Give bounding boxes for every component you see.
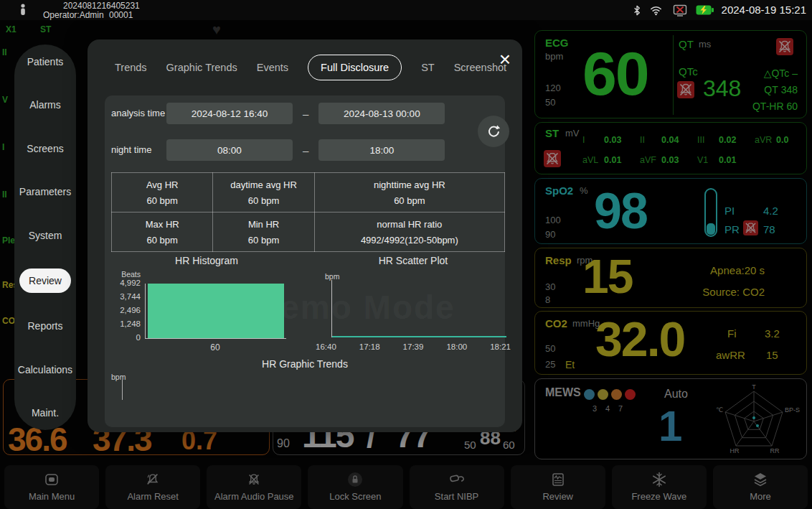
st-lead-name: aVR [755, 135, 776, 145]
main-menu-button[interactable]: Main Menu [4, 465, 99, 509]
st-lead-name: aVF [640, 155, 661, 165]
nibp-sys-lo: 90 [277, 437, 290, 450]
status-bar: 2024081216405231 Operator:Admin 00001 20… [0, 0, 812, 20]
mews-tile[interactable]: MEWS 3 4 7 Auto 1 [534, 378, 807, 459]
ecg-unit: bpm [545, 51, 563, 62]
resp-tile[interactable]: Resp rpm 30 8 15 Apnea:20 s Source: CO2 [534, 248, 807, 308]
battery-charging-icon [696, 4, 714, 16]
qt2-value: 348 [781, 84, 798, 95]
night-time-from-input[interactable]: 08:00 [166, 139, 293, 161]
radar-label-bps: BP-S [785, 406, 800, 414]
ecg-divider [673, 35, 674, 115]
awrr-label: awRR [716, 349, 745, 361]
alarm-reset-button[interactable]: Alarm Reset [105, 465, 200, 509]
hr-scatter-title: HR Scatter Plot [341, 255, 485, 266]
toolbar-button-label: Freeze Wave [631, 491, 686, 502]
mews-threshold: 3 [593, 404, 597, 413]
ecg-tile[interactable]: ECG bpm 120 50 60 QT ms QTc 348 △QTc – Q… [534, 30, 807, 118]
st-lead-name: III [697, 135, 719, 145]
more-button[interactable]: More [713, 465, 808, 509]
nibp-map-lo: 60 [503, 439, 515, 451]
qtc-value: 348 [703, 75, 741, 102]
co2-limit-hi: 50 [545, 343, 555, 354]
dqtc-value: – [792, 67, 798, 79]
bluetooth-icon [631, 4, 643, 17]
toolbar-button-label: Review [542, 491, 573, 502]
spo2-signal-bar [704, 188, 717, 237]
co2-tile[interactable]: CO2 mmHg 50 25 Et 32.0 Fi 3.2 awRR 15 [534, 311, 807, 375]
night-time-row: night time 08:00 – 18:00 [111, 139, 503, 161]
alarm-audio-pause-icon [246, 472, 262, 487]
tab-st[interactable]: ST [421, 62, 435, 73]
st-tile[interactable]: ST mV I0.03 II0.04 III0.02 aVR0.0 aVL0.0… [534, 122, 807, 174]
fi-label: Fi [727, 327, 737, 340]
mews-dot [584, 389, 595, 400]
range-separator: – [303, 144, 308, 157]
stats-cell: Max HR60 bpm [112, 213, 213, 252]
st-lead-name: II [640, 135, 661, 145]
spo2-limit-lo: 90 [545, 229, 555, 240]
settings-sidebar: Patients Alarms Screens Parameters Syste… [14, 45, 76, 430]
lead-label: V [2, 95, 8, 105]
sidebar-item-maint[interactable]: Maint. [29, 403, 62, 423]
qt-unit: ms [699, 39, 711, 50]
start-nibp-button[interactable]: Start NIBP [410, 465, 504, 509]
lock-screen-button[interactable]: Lock Screen [308, 465, 402, 509]
freeze-wave-button[interactable]: Freeze Wave [612, 465, 707, 509]
sidebar-item-patients[interactable]: Patients [24, 52, 67, 72]
sidebar-item-reports[interactable]: Reports [24, 316, 65, 336]
qt-detail-stack: △QTc – QT 348 QT-HR 60 [752, 65, 798, 115]
refresh-button[interactable] [478, 116, 509, 147]
ecg-label: ECG [545, 37, 569, 49]
alarm-audio-pause-button[interactable]: Alarm Audio Pause [207, 465, 301, 509]
review-button[interactable]: Review [511, 465, 605, 509]
night-time-label: night time [111, 144, 166, 156]
resp-limit-lo: 8 [545, 294, 550, 305]
tab-trends[interactable]: Trends [115, 62, 147, 73]
hist-ytick: 2,496 [105, 306, 141, 314]
resp-value: 15 [582, 253, 632, 300]
sidebar-item-screens[interactable]: Screens [24, 139, 66, 159]
lead-label: I [2, 142, 4, 152]
tab-graphic-trends[interactable]: Graphic Trends [166, 62, 237, 73]
display-alarm-off-icon [673, 4, 687, 17]
awrr-value: 15 [766, 349, 778, 361]
spo2-tile[interactable]: SpO2 % 100 90 98 PI 4.2 PR 78 [534, 178, 807, 244]
hist-ytick: 1,248 [105, 319, 141, 328]
sidebar-item-alarms[interactable]: Alarms [27, 95, 64, 115]
nibp-dia-lo: 50 [464, 439, 476, 451]
st-lead-value: 0.0 [776, 135, 788, 145]
close-icon[interactable]: × [499, 50, 511, 70]
sidebar-item-review[interactable]: Review [19, 268, 71, 293]
sidebar-item-calculations[interactable]: Calculations [15, 360, 75, 380]
hr-histogram-title: HR Histogram [133, 255, 280, 266]
hr-histogram-ylabel: Beats [105, 270, 141, 279]
pi-label: PI [724, 205, 735, 217]
analysis-time-from-input[interactable]: 2024-08-12 16:40 [166, 103, 293, 124]
mews-dot [625, 389, 636, 400]
toolbar-button-label: Lock Screen [329, 491, 381, 502]
co2-value: 32.0 [595, 314, 684, 363]
monitor-screen: X1 ST ♥ II V I II Pleth Resp CO2 36.6 37… [0, 0, 812, 509]
hist-ytick: 0 [105, 333, 141, 342]
mews-radar-chart: T BP-S RR HR ℃ [706, 382, 802, 458]
night-time-to-input[interactable]: 18:00 [318, 139, 445, 161]
hr-scatter-xticks: 16:40 17:18 17:39 18:00 18:21 [316, 342, 511, 351]
spo2-limit-hi: 100 [545, 215, 561, 225]
spo2-label: SpO2 [545, 185, 573, 197]
hist-ytick: 3,744 [105, 292, 141, 301]
sidebar-item-system[interactable]: System [26, 225, 65, 246]
sidebar-item-parameters[interactable]: Parameters [16, 182, 74, 202]
tab-full-disclosure[interactable]: Full Disclosure [308, 55, 402, 80]
review-icon [550, 472, 566, 487]
tab-events[interactable]: Events [257, 62, 288, 73]
toolbar-button-label: Main Menu [29, 491, 75, 502]
analysis-time-label: analysis time [111, 108, 166, 119]
st-lead-value: 0.01 [604, 155, 621, 165]
range-separator: – [303, 108, 308, 120]
st-lead-value: 0.03 [604, 135, 621, 145]
analysis-time-to-input[interactable]: 2024-08-13 00:00 [318, 103, 445, 124]
hr-graphic-trends-title: HR Graphic Trends [105, 358, 505, 370]
stats-cell: Min HR60 bpm [213, 213, 314, 252]
wave-gain-label: X1 [6, 24, 16, 34]
